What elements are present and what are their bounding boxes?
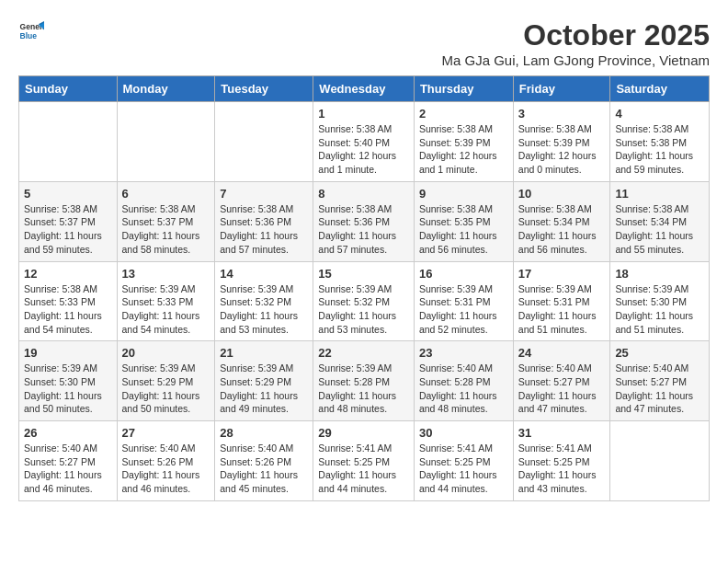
day-info: Sunrise: 5:38 AM Sunset: 5:34 PM Dayligh…	[615, 202, 704, 257]
day-number: 26	[24, 426, 112, 440]
weekday-header-row: SundayMondayTuesdayWednesdayThursdayFrid…	[19, 76, 710, 102]
day-info: Sunrise: 5:38 AM Sunset: 5:33 PM Dayligh…	[24, 282, 112, 337]
calendar-cell: 22Sunrise: 5:39 AM Sunset: 5:28 PM Dayli…	[313, 341, 415, 421]
day-number: 9	[419, 187, 508, 201]
day-number: 1	[318, 107, 409, 121]
day-number: 31	[518, 426, 606, 440]
calendar-cell: 4Sunrise: 5:38 AM Sunset: 5:38 PM Daylig…	[610, 102, 710, 182]
calendar-cell: 17Sunrise: 5:39 AM Sunset: 5:31 PM Dayli…	[513, 261, 610, 341]
weekday-header-saturday: Saturday	[610, 76, 710, 102]
day-info: Sunrise: 5:41 AM Sunset: 5:25 PM Dayligh…	[419, 442, 508, 496]
day-number: 6	[122, 187, 210, 201]
calendar-cell: 31Sunrise: 5:41 AM Sunset: 5:25 PM Dayli…	[513, 421, 610, 501]
day-info: Sunrise: 5:39 AM Sunset: 5:32 PM Dayligh…	[220, 282, 308, 337]
calendar-cell: 13Sunrise: 5:39 AM Sunset: 5:33 PM Dayli…	[117, 261, 215, 341]
day-info: Sunrise: 5:39 AM Sunset: 5:29 PM Dayligh…	[220, 362, 308, 416]
calendar-cell	[215, 102, 313, 182]
day-info: Sunrise: 5:38 AM Sunset: 5:37 PM Dayligh…	[24, 202, 112, 257]
day-info: Sunrise: 5:41 AM Sunset: 5:25 PM Dayligh…	[518, 442, 606, 496]
calendar-cell: 10Sunrise: 5:38 AM Sunset: 5:34 PM Dayli…	[513, 181, 610, 261]
day-info: Sunrise: 5:40 AM Sunset: 5:26 PM Dayligh…	[220, 442, 308, 496]
day-info: Sunrise: 5:40 AM Sunset: 5:26 PM Dayligh…	[122, 442, 210, 496]
calendar-cell: 12Sunrise: 5:38 AM Sunset: 5:33 PM Dayli…	[19, 261, 118, 341]
calendar-cell: 11Sunrise: 5:38 AM Sunset: 5:34 PM Dayli…	[610, 181, 710, 261]
calendar-cell: 3Sunrise: 5:38 AM Sunset: 5:39 PM Daylig…	[513, 102, 610, 182]
page-header: General Blue October 2025 Ma GJa Gui, La…	[18, 18, 710, 68]
day-info: Sunrise: 5:40 AM Sunset: 5:27 PM Dayligh…	[24, 442, 112, 496]
day-number: 25	[615, 346, 704, 360]
calendar-week-row: 19Sunrise: 5:39 AM Sunset: 5:30 PM Dayli…	[19, 341, 710, 421]
day-info: Sunrise: 5:39 AM Sunset: 5:33 PM Dayligh…	[122, 282, 210, 337]
calendar-cell: 27Sunrise: 5:40 AM Sunset: 5:26 PM Dayli…	[117, 421, 215, 501]
day-info: Sunrise: 5:39 AM Sunset: 5:28 PM Dayligh…	[318, 362, 409, 416]
weekday-header-monday: Monday	[117, 76, 215, 102]
day-number: 19	[24, 346, 112, 360]
day-info: Sunrise: 5:38 AM Sunset: 5:39 PM Dayligh…	[419, 122, 508, 177]
day-number: 24	[518, 346, 606, 360]
calendar-cell: 29Sunrise: 5:41 AM Sunset: 5:25 PM Dayli…	[313, 421, 415, 501]
calendar-week-row: 12Sunrise: 5:38 AM Sunset: 5:33 PM Dayli…	[19, 261, 710, 341]
day-number: 16	[419, 267, 508, 281]
day-number: 14	[220, 267, 308, 281]
day-number: 18	[615, 267, 704, 281]
calendar-cell: 9Sunrise: 5:38 AM Sunset: 5:35 PM Daylig…	[414, 181, 513, 261]
subtitle: Ma GJa Gui, Lam GJong Province, Vietnam	[441, 52, 710, 68]
day-number: 17	[518, 267, 606, 281]
weekday-header-tuesday: Tuesday	[215, 76, 313, 102]
day-info: Sunrise: 5:39 AM Sunset: 5:32 PM Dayligh…	[318, 282, 409, 337]
logo-icon: General Blue	[18, 18, 44, 44]
day-number: 5	[24, 187, 112, 201]
day-number: 23	[419, 346, 508, 360]
calendar-week-row: 1Sunrise: 5:38 AM Sunset: 5:40 PM Daylig…	[19, 102, 710, 182]
calendar-cell: 30Sunrise: 5:41 AM Sunset: 5:25 PM Dayli…	[414, 421, 513, 501]
day-number: 28	[220, 426, 308, 440]
calendar-cell: 21Sunrise: 5:39 AM Sunset: 5:29 PM Dayli…	[215, 341, 313, 421]
calendar-cell: 6Sunrise: 5:38 AM Sunset: 5:37 PM Daylig…	[117, 181, 215, 261]
day-info: Sunrise: 5:38 AM Sunset: 5:36 PM Dayligh…	[220, 202, 308, 257]
calendar-cell: 23Sunrise: 5:40 AM Sunset: 5:28 PM Dayli…	[414, 341, 513, 421]
calendar-cell: 5Sunrise: 5:38 AM Sunset: 5:37 PM Daylig…	[19, 181, 118, 261]
day-number: 22	[318, 346, 409, 360]
day-number: 2	[419, 107, 508, 121]
day-info: Sunrise: 5:38 AM Sunset: 5:35 PM Dayligh…	[419, 202, 508, 257]
month-title: October 2025	[441, 18, 710, 52]
day-number: 27	[122, 426, 210, 440]
day-info: Sunrise: 5:41 AM Sunset: 5:25 PM Dayligh…	[318, 442, 409, 496]
day-info: Sunrise: 5:39 AM Sunset: 5:31 PM Dayligh…	[518, 282, 606, 337]
day-number: 15	[318, 267, 409, 281]
day-info: Sunrise: 5:39 AM Sunset: 5:29 PM Dayligh…	[122, 362, 210, 416]
day-info: Sunrise: 5:40 AM Sunset: 5:28 PM Dayligh…	[419, 362, 508, 416]
day-info: Sunrise: 5:39 AM Sunset: 5:31 PM Dayligh…	[419, 282, 508, 337]
weekday-header-wednesday: Wednesday	[313, 76, 415, 102]
day-info: Sunrise: 5:38 AM Sunset: 5:40 PM Dayligh…	[318, 122, 409, 177]
title-block: October 2025 Ma GJa Gui, Lam GJong Provi…	[441, 18, 710, 68]
day-info: Sunrise: 5:38 AM Sunset: 5:39 PM Dayligh…	[518, 122, 606, 177]
calendar-cell	[610, 421, 710, 501]
day-number: 3	[518, 107, 606, 121]
logo: General Blue	[18, 18, 44, 44]
calendar-cell: 28Sunrise: 5:40 AM Sunset: 5:26 PM Dayli…	[215, 421, 313, 501]
weekday-header-thursday: Thursday	[414, 76, 513, 102]
calendar-cell: 16Sunrise: 5:39 AM Sunset: 5:31 PM Dayli…	[414, 261, 513, 341]
calendar-cell: 7Sunrise: 5:38 AM Sunset: 5:36 PM Daylig…	[215, 181, 313, 261]
day-number: 13	[122, 267, 210, 281]
day-number: 30	[419, 426, 508, 440]
calendar-cell: 19Sunrise: 5:39 AM Sunset: 5:30 PM Dayli…	[19, 341, 118, 421]
day-info: Sunrise: 5:38 AM Sunset: 5:38 PM Dayligh…	[615, 122, 704, 177]
day-number: 11	[615, 187, 704, 201]
svg-text:Blue: Blue	[20, 31, 38, 40]
calendar-cell	[19, 102, 118, 182]
day-number: 7	[220, 187, 308, 201]
day-info: Sunrise: 5:40 AM Sunset: 5:27 PM Dayligh…	[518, 362, 606, 416]
day-number: 8	[318, 187, 409, 201]
day-number: 20	[122, 346, 210, 360]
day-number: 21	[220, 346, 308, 360]
calendar-cell: 26Sunrise: 5:40 AM Sunset: 5:27 PM Dayli…	[19, 421, 118, 501]
calendar-cell: 25Sunrise: 5:40 AM Sunset: 5:27 PM Dayli…	[610, 341, 710, 421]
day-number: 4	[615, 107, 704, 121]
calendar-cell: 14Sunrise: 5:39 AM Sunset: 5:32 PM Dayli…	[215, 261, 313, 341]
day-info: Sunrise: 5:38 AM Sunset: 5:37 PM Dayligh…	[122, 202, 210, 257]
day-info: Sunrise: 5:39 AM Sunset: 5:30 PM Dayligh…	[615, 282, 704, 337]
day-number: 10	[518, 187, 606, 201]
day-number: 29	[318, 426, 409, 440]
